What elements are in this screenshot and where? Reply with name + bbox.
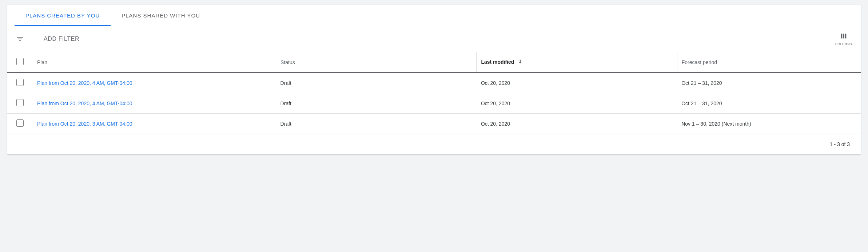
plans-card: PLANS CREATED BY YOU PLANS SHARED WITH Y… — [7, 5, 861, 154]
plan-link[interactable]: Plan from Oct 20, 2020, 4 AM, GMT-04:00 — [37, 101, 132, 106]
last-modified-cell: Oct 20, 2020 — [477, 114, 677, 134]
last-modified-cell: Oct 20, 2020 — [477, 93, 677, 114]
table-footer: 1 - 3 of 3 — [7, 134, 861, 154]
filter-bar: ADD FILTER COLUMNS — [7, 26, 861, 52]
status-cell: Draft — [276, 72, 477, 93]
row-checkbox[interactable] — [16, 119, 24, 127]
header-label: Status — [280, 59, 295, 65]
plan-cell: Plan from Oct 20, 2020, 4 AM, GMT-04:00 — [33, 93, 276, 114]
status-cell: Draft — [276, 93, 477, 114]
table-row: Plan from Oct 20, 2020, 3 AM, GMT-04:00D… — [7, 114, 861, 134]
sort-descending-icon — [518, 59, 523, 65]
header-label: Forecast period — [682, 59, 717, 65]
columns-label: COLUMNS — [835, 42, 852, 46]
tab-label: PLANS SHARED WITH YOU — [122, 12, 200, 19]
status-cell: Draft — [276, 114, 477, 134]
header-label: Plan — [37, 59, 47, 65]
last-modified-cell: Oct 20, 2020 — [477, 72, 677, 93]
columns-icon — [840, 32, 848, 41]
row-checkbox-cell — [7, 93, 33, 114]
forecast-period-cell: Nov 1 – 30, 2020 (Next month) — [677, 114, 861, 134]
tab-plans-created-by-you[interactable]: PLANS CREATED BY YOU — [15, 5, 111, 26]
plan-cell: Plan from Oct 20, 2020, 4 AM, GMT-04:00 — [33, 72, 276, 93]
filter-icon[interactable] — [16, 35, 31, 43]
plan-cell: Plan from Oct 20, 2020, 3 AM, GMT-04:00 — [33, 114, 276, 134]
pagination-range: 1 - 3 of 3 — [830, 141, 850, 147]
tabs-bar: PLANS CREATED BY YOU PLANS SHARED WITH Y… — [7, 5, 861, 26]
header-forecast-period[interactable]: Forecast period — [677, 52, 861, 73]
filter-bar-left: ADD FILTER — [16, 35, 79, 43]
row-checkbox-cell — [7, 114, 33, 134]
forecast-period-cell: Oct 21 – 31, 2020 — [677, 93, 861, 114]
row-checkbox[interactable] — [16, 79, 24, 86]
plan-link[interactable]: Plan from Oct 20, 2020, 4 AM, GMT-04:00 — [37, 80, 132, 86]
add-filter-button[interactable]: ADD FILTER — [44, 36, 79, 42]
row-checkbox-cell — [7, 72, 33, 93]
header-status[interactable]: Status — [276, 52, 477, 73]
header-label: Last modified — [481, 59, 514, 65]
table-row: Plan from Oct 20, 2020, 4 AM, GMT-04:00D… — [7, 93, 861, 114]
header-checkbox-cell — [7, 52, 33, 73]
header-last-modified[interactable]: Last modified — [477, 52, 677, 73]
forecast-period-cell: Oct 21 – 31, 2020 — [677, 72, 861, 93]
table-row: Plan from Oct 20, 2020, 4 AM, GMT-04:00D… — [7, 72, 861, 93]
tab-label: PLANS CREATED BY YOU — [25, 12, 100, 19]
plans-table: Plan Status Last modified Forecast perio… — [7, 52, 861, 134]
header-plan[interactable]: Plan — [33, 52, 276, 73]
select-all-checkbox[interactable] — [16, 58, 24, 65]
tab-plans-shared-with-you[interactable]: PLANS SHARED WITH YOU — [111, 5, 211, 26]
row-checkbox[interactable] — [16, 99, 24, 106]
plan-link[interactable]: Plan from Oct 20, 2020, 3 AM, GMT-04:00 — [37, 121, 132, 127]
columns-button[interactable]: COLUMNS — [835, 32, 852, 46]
